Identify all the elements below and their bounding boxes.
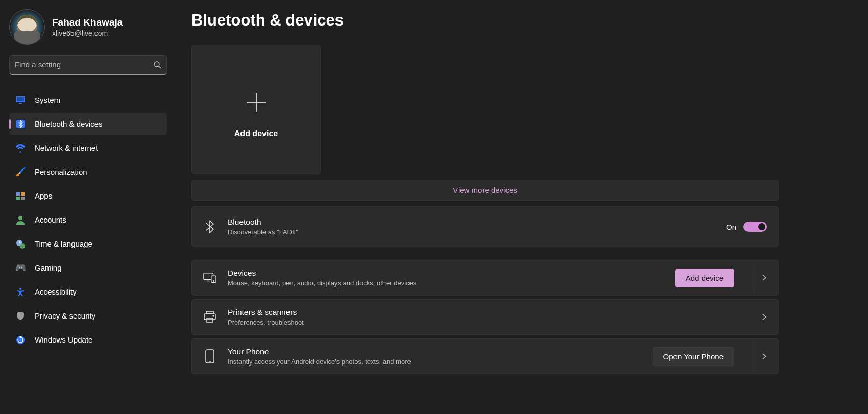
page-title: Bluetooth & devices [191, 11, 779, 30]
printers-scanners-row[interactable]: Printers & scanners Preferences, trouble… [191, 299, 779, 335]
paintbrush-icon: 🖌️ [15, 167, 26, 177]
sidebar-item-personalization[interactable]: 🖌️ Personalization [9, 161, 167, 183]
wifi-icon [15, 143, 26, 153]
svg-rect-3 [17, 97, 24, 101]
nav: System Bluetooth & devices Network & int… [0, 89, 176, 351]
chevron-right-icon[interactable] [754, 341, 767, 372]
svg-rect-8 [16, 197, 20, 200]
svg-rect-23 [207, 318, 213, 322]
accessibility-icon [15, 287, 26, 297]
view-more-devices-button[interactable]: View more devices [191, 180, 779, 201]
search-icon [153, 61, 161, 69]
devices-icon [203, 271, 216, 284]
sidebar: Fahad Khawaja xlive65@live.com System [0, 0, 176, 414]
printers-subtitle: Preferences, troubleshoot [228, 318, 760, 327]
svg-point-20 [213, 281, 214, 281]
sidebar-item-label: Privacy & security [35, 311, 95, 320]
sidebar-item-system[interactable]: System [9, 89, 167, 111]
sidebar-item-network[interactable]: Network & internet [9, 137, 167, 159]
add-device-button[interactable]: Add device [675, 269, 734, 287]
bluetooth-icon [203, 220, 216, 233]
sidebar-item-label: Personalization [35, 167, 87, 176]
main-content: Bluetooth & devices Add device View more… [176, 0, 868, 414]
sidebar-item-label: Time & language [35, 239, 92, 248]
svg-line-1 [159, 66, 161, 68]
sidebar-item-label: Accessibility [35, 287, 77, 296]
search-field[interactable] [15, 60, 153, 69]
sidebar-item-time-language[interactable]: Time & language [9, 233, 167, 255]
svg-rect-6 [16, 192, 20, 196]
bluetooth-toggle-row[interactable]: Bluetooth Discoverable as "FADII" On [191, 206, 779, 247]
sidebar-item-windows-update[interactable]: Windows Update [9, 329, 167, 351]
your-phone-subtitle: Instantly access your Android device's p… [228, 357, 653, 367]
bluetooth-state-label: On [726, 223, 736, 231]
svg-rect-9 [21, 197, 25, 200]
gamepad-icon: 🎮 [15, 263, 26, 273]
your-phone-row[interactable]: Your Phone Instantly access your Android… [191, 338, 779, 374]
sidebar-item-label: Windows Update [35, 335, 92, 344]
monitor-icon [15, 95, 26, 105]
sidebar-item-gaming[interactable]: 🎮 Gaming [9, 257, 167, 279]
profile-name: Fahad Khawaja [52, 16, 123, 29]
button-label: Add device [686, 274, 724, 282]
sidebar-item-label: Network & internet [35, 143, 98, 152]
button-label: Open Your Phone [663, 352, 724, 361]
add-device-card[interactable]: Add device [191, 45, 321, 174]
add-device-card-label: Add device [234, 129, 278, 138]
svg-point-0 [154, 62, 159, 67]
svg-point-10 [18, 216, 22, 220]
search-input[interactable] [9, 55, 167, 75]
plus-icon [244, 90, 269, 115]
sidebar-item-bluetooth-devices[interactable]: Bluetooth & devices [9, 113, 167, 135]
profile-email: xlive65@live.com [52, 29, 123, 38]
svg-rect-7 [21, 192, 25, 196]
apps-icon [15, 191, 26, 201]
bluetooth-title: Bluetooth [228, 217, 726, 228]
person-icon [15, 215, 26, 225]
chevron-right-icon[interactable] [762, 313, 767, 321]
sidebar-item-label: Apps [35, 191, 52, 200]
profile-block[interactable]: Fahad Khawaja xlive65@live.com [0, 9, 176, 55]
devices-subtitle: Mouse, keyboard, pen, audio, displays an… [228, 279, 675, 288]
bluetooth-icon [15, 119, 26, 129]
sidebar-item-label: Accounts [35, 215, 66, 224]
sidebar-item-label: Bluetooth & devices [35, 119, 103, 128]
devices-row[interactable]: Devices Mouse, keyboard, pen, audio, dis… [191, 260, 779, 296]
printers-title: Printers & scanners [228, 307, 760, 318]
clock-globe-icon [15, 239, 26, 249]
devices-title: Devices [228, 268, 675, 279]
svg-rect-25 [206, 350, 214, 363]
sidebar-item-apps[interactable]: Apps [9, 185, 167, 207]
svg-point-13 [19, 288, 21, 290]
svg-rect-4 [19, 103, 22, 104]
phone-icon [203, 350, 216, 363]
open-your-phone-button[interactable]: Open Your Phone [653, 347, 734, 366]
svg-point-24 [213, 315, 214, 316]
bluetooth-toggle[interactable] [743, 222, 767, 232]
avatar [9, 9, 45, 45]
view-more-label: View more devices [453, 186, 517, 194]
shield-icon [15, 311, 26, 321]
your-phone-title: Your Phone [228, 347, 653, 357]
sidebar-item-privacy-security[interactable]: Privacy & security [9, 305, 167, 327]
update-icon [15, 335, 26, 345]
sidebar-item-label: System [35, 95, 60, 104]
printer-icon [203, 310, 216, 324]
sidebar-item-accessibility[interactable]: Accessibility [9, 281, 167, 303]
bluetooth-subtitle: Discoverable as "FADII" [228, 228, 726, 237]
sidebar-item-label: Gaming [35, 263, 62, 272]
sidebar-item-accounts[interactable]: Accounts [9, 209, 167, 231]
chevron-right-icon[interactable] [754, 262, 767, 293]
